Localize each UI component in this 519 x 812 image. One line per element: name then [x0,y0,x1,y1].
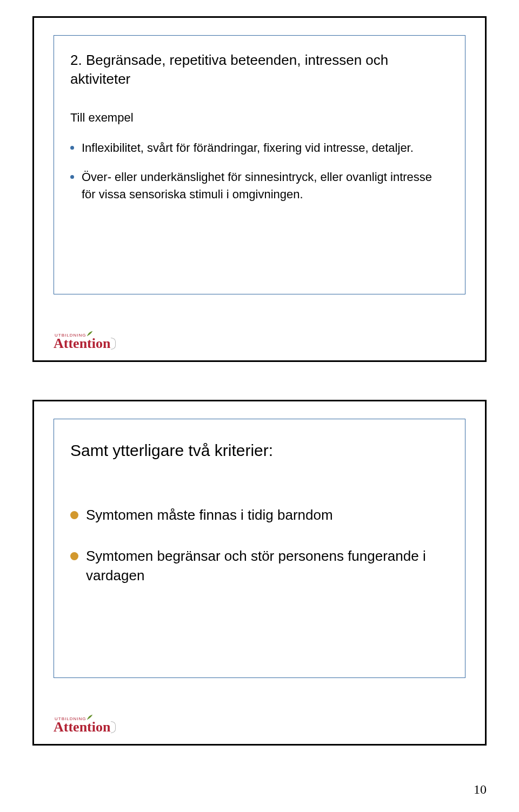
slide-1: 2. Begränsade, repetitiva beteenden, int… [32,16,487,362]
slide-2: Samt ytterligare två kriterier: Symtomen… [32,400,487,746]
slide-1-heading: 2. Begränsade, repetitiva beteenden, int… [70,51,449,89]
bullet-text: Inflexibilitet, svårt för förändringar, … [82,139,414,157]
slide-1-bullet-2: Över- eller underkänslighet för sinnesin… [70,169,449,203]
bullet-icon [70,552,78,560]
logo-title: Attention [54,337,110,351]
slide-2-inner: Samt ytterligare två kriterier: Symtomen… [54,419,465,678]
slide-1-bullet-1: Inflexibilitet, svårt för förändringar, … [70,139,449,157]
page-number: 10 [474,782,487,797]
logo: UTBILDNING Attention [54,716,110,734]
logo: UTBILDNING Attention [54,333,110,351]
bullet-icon [70,511,78,519]
logo-title: Attention [54,720,110,734]
bullet-icon [70,146,74,150]
slide-2-bullet-1: Symtomen måste finnas i tidig barndom [70,505,449,525]
slide-2-bullet-2: Symtomen begränsar och stör personens fu… [70,546,449,586]
bullet-icon [70,175,74,179]
bullet-text: Symtomen begränsar och stör personens fu… [86,546,449,586]
bullet-text: Symtomen måste finnas i tidig barndom [86,505,333,525]
slide-1-inner: 2. Begränsade, repetitiva beteenden, int… [54,35,465,294]
slide-1-intro: Till exempel [70,109,449,126]
slide-2-heading: Samt ytterligare två kriterier: [70,440,449,462]
bullet-text: Över- eller underkänslighet för sinnesin… [82,169,449,203]
